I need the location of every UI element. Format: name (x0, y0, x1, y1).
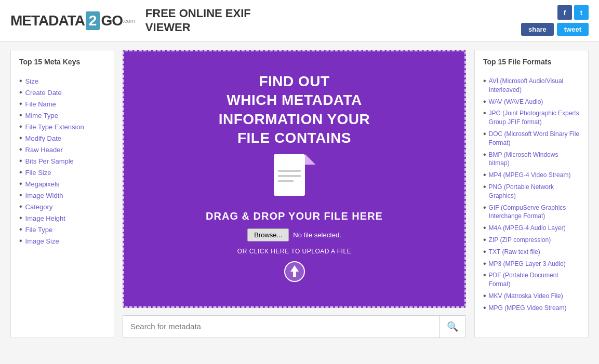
share-button[interactable]: share (521, 23, 554, 36)
header: METADATA 2 GO .com FREE ONLINE EXIFVIEWE… (0, 0, 599, 42)
logo-area: METADATA 2 GO .com FREE ONLINE EXIFVIEWE… (10, 7, 251, 34)
list-item[interactable]: Create Date (19, 87, 105, 98)
main-layout: Top 15 Meta Keys SizeCreate DateFile Nam… (0, 42, 599, 346)
list-item[interactable]: AVI (Microsoft Audio/Visual Interleaved) (483, 75, 580, 96)
list-item[interactable]: Image Width (19, 190, 105, 201)
meta-keys-list: SizeCreate DateFile NameMime TypeFile Ty… (19, 75, 105, 247)
social-buttons: share tweet (521, 23, 589, 36)
list-item[interactable]: TXT (Raw text file) (483, 246, 580, 258)
svg-rect-3 (278, 170, 301, 172)
file-formats-list: AVI (Microsoft Audio/Visual Interleaved)… (483, 75, 580, 314)
list-item[interactable]: BMP (Microsoft Windows bitmap) (483, 149, 580, 170)
list-item[interactable]: ZIP (ZIP compression) (483, 234, 580, 246)
list-item[interactable]: Size (19, 75, 105, 87)
drop-zone[interactable]: FIND OUTWHICH METADATAINFORMATION YOURFI… (123, 50, 466, 308)
search-input[interactable] (123, 316, 439, 337)
logo-metadata-text: METADATA (10, 12, 85, 29)
list-item[interactable]: Category (19, 201, 105, 212)
meta-keys-title: Top 15 Meta Keys (19, 58, 105, 68)
list-item[interactable]: Raw Header (19, 144, 105, 155)
sidebar-right: Top 15 File Formats AVI (Microsoft Audio… (474, 50, 589, 338)
list-item[interactable]: File Type (19, 224, 105, 235)
drag-drop-text: DRAG & DROP YOUR FILE HERE (206, 210, 383, 222)
site-title: FREE ONLINE EXIFVIEWER (145, 7, 251, 34)
file-icon (274, 154, 315, 201)
list-item[interactable]: MP4 (MPEG-4 Video Stream) (483, 169, 580, 181)
svg-marker-6 (305, 154, 315, 165)
list-item[interactable]: Bits Per Sample (19, 155, 105, 167)
drop-title: FIND OUTWHICH METADATAINFORMATION YOURFI… (219, 72, 370, 148)
list-item[interactable]: MPG (MPEG Video Stream) (483, 302, 580, 314)
tweet-button[interactable]: tweet (557, 23, 589, 36)
logo-com-text: .com (123, 18, 135, 24)
header-right: f t share tweet (521, 5, 589, 36)
list-item[interactable]: Megapixels (19, 178, 105, 190)
logo: METADATA 2 GO .com (10, 11, 135, 30)
list-item[interactable]: Modify Date (19, 132, 105, 144)
list-item[interactable]: JPG (Joint Photographic Experts Group JF… (483, 107, 580, 128)
click-upload-text: OR CLICK HERE TO UPLOAD A FILE (237, 248, 351, 255)
list-item[interactable]: Image Size (19, 235, 105, 247)
list-item[interactable]: Image Height (19, 212, 105, 224)
social-icons: f t (557, 5, 589, 20)
upload-icon (284, 261, 305, 286)
logo-go-text: GO (101, 12, 123, 29)
browse-button[interactable]: Browse... (247, 228, 289, 241)
list-item[interactable]: WAV (WAVE Audio) (483, 96, 580, 108)
search-box: 🔍 (123, 315, 466, 338)
list-item[interactable]: MP3 (MPEG Layer 3 Audio) (483, 258, 580, 270)
facebook-icon[interactable]: f (557, 5, 572, 20)
twitter-icon[interactable]: t (574, 5, 589, 20)
logo-2-box: 2 (86, 11, 100, 30)
browse-row: Browse... No file selected. (247, 228, 341, 241)
center-content: FIND OUTWHICH METADATAINFORMATION YOURFI… (123, 50, 466, 338)
list-item[interactable]: Mime Type (19, 110, 105, 121)
list-item[interactable]: File Name (19, 98, 105, 110)
sidebar-left: Top 15 Meta Keys SizeCreate DateFile Nam… (10, 50, 114, 338)
list-item[interactable]: MKV (Matroska Video File) (483, 290, 580, 302)
svg-rect-5 (278, 180, 294, 182)
list-item[interactable]: PNG (Portable Network Graphics) (483, 181, 580, 202)
list-item[interactable]: PDF (Portable Document Format) (483, 269, 580, 290)
list-item[interactable]: File Size (19, 167, 105, 178)
list-item[interactable]: File Type Extension (19, 121, 105, 132)
svg-rect-4 (278, 175, 301, 177)
list-item[interactable]: DOC (Microsoft Word Binary File Format) (483, 128, 580, 149)
no-file-text: No file selected. (293, 231, 341, 239)
search-button[interactable]: 🔍 (439, 316, 465, 338)
list-item[interactable]: M4A (MPEG-4 Audio Layer) (483, 222, 580, 234)
list-item[interactable]: GIF (CompuServe Graphics Interchange For… (483, 202, 580, 223)
file-formats-title: Top 15 File Formats (483, 58, 580, 68)
